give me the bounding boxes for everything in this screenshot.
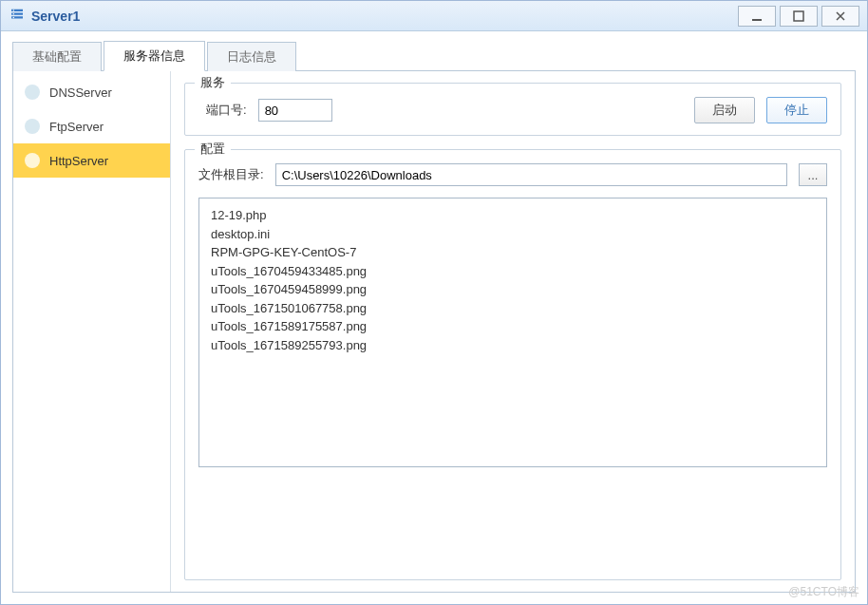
app-icon (9, 6, 26, 26)
file-item[interactable]: desktop.ini (211, 225, 815, 244)
file-list[interactable]: 12-19.phpdesktop.iniRPM-GPG-KEY-CentOS-7… (198, 198, 827, 467)
svg-point-0 (13, 9, 15, 11)
file-item[interactable]: uTools_1671501067758.png (211, 299, 815, 318)
close-button[interactable] (821, 6, 859, 27)
tab-basic-config[interactable]: 基础配置 (12, 42, 102, 71)
file-item[interactable]: 12-19.php (211, 206, 815, 225)
root-dir-label: 文件根目录: (198, 166, 264, 183)
titlebar: Server1 (1, 1, 867, 31)
port-input[interactable] (258, 99, 332, 122)
root-dir-input[interactable] (275, 163, 787, 186)
titlebar-left: Server1 (9, 6, 80, 26)
file-item[interactable]: uTools_1671589175587.png (211, 317, 815, 336)
sidebar-item-label: DNSServer (49, 85, 112, 100)
browse-button[interactable]: ... (799, 163, 827, 186)
sidebar-item-httpserver[interactable]: HttpServer (13, 143, 170, 178)
status-dot-icon (25, 153, 40, 168)
minimize-button[interactable] (738, 6, 776, 27)
svg-rect-4 (794, 11, 803, 21)
tab-server-info[interactable]: 服务器信息 (104, 41, 205, 71)
file-item[interactable]: RPM-GPG-KEY-CentOS-7 (211, 243, 815, 262)
tab-body: DNSServer FtpServer HttpServer 服务 端口号: (12, 71, 856, 593)
file-item[interactable]: uTools_1671589255793.png (211, 336, 815, 355)
app-window: Server1 基础配置 服务器信息 日志信息 DNSServer (0, 0, 868, 605)
window-controls (734, 6, 859, 27)
tab-log-info[interactable]: 日志信息 (207, 42, 296, 71)
root-dir-row: 文件根目录: ... (198, 163, 827, 186)
sidebar-item-label: FtpServer (49, 120, 104, 134)
file-item[interactable]: uTools_1670459458999.png (211, 280, 815, 299)
service-group-title: 服务 (195, 74, 231, 91)
stop-button[interactable]: 停止 (766, 97, 827, 123)
config-group: 配置 文件根目录: ... 12-19.phpdesktop.iniRPM-GP… (184, 149, 841, 580)
svg-point-2 (13, 17, 15, 19)
sidebar-item-label: HttpServer (49, 154, 108, 168)
svg-point-1 (13, 13, 15, 15)
sidebar-item-ftpserver[interactable]: FtpServer (13, 109, 170, 143)
status-dot-icon (25, 85, 40, 100)
watermark: @51CTO博客 (788, 584, 859, 600)
service-group: 服务 端口号: 启动 停止 (184, 83, 841, 136)
config-group-title: 配置 (195, 141, 231, 158)
main-panel: 服务 端口号: 启动 停止 配置 文件根目录: ... (171, 71, 855, 592)
start-button[interactable]: 启动 (694, 97, 755, 123)
maximize-button[interactable] (780, 6, 818, 27)
port-label: 端口号: (206, 102, 247, 119)
tabbar: 基础配置 服务器信息 日志信息 (12, 41, 856, 71)
server-sidebar: DNSServer FtpServer HttpServer (13, 71, 171, 592)
status-dot-icon (25, 119, 40, 134)
sidebar-item-dnsserver[interactable]: DNSServer (13, 75, 170, 109)
client-area: 基础配置 服务器信息 日志信息 DNSServer FtpServer Http… (1, 31, 867, 604)
window-title: Server1 (31, 9, 80, 24)
svg-rect-3 (752, 19, 762, 21)
service-row: 端口号: 启动 停止 (198, 97, 827, 123)
file-item[interactable]: uTools_1670459433485.png (211, 262, 815, 281)
